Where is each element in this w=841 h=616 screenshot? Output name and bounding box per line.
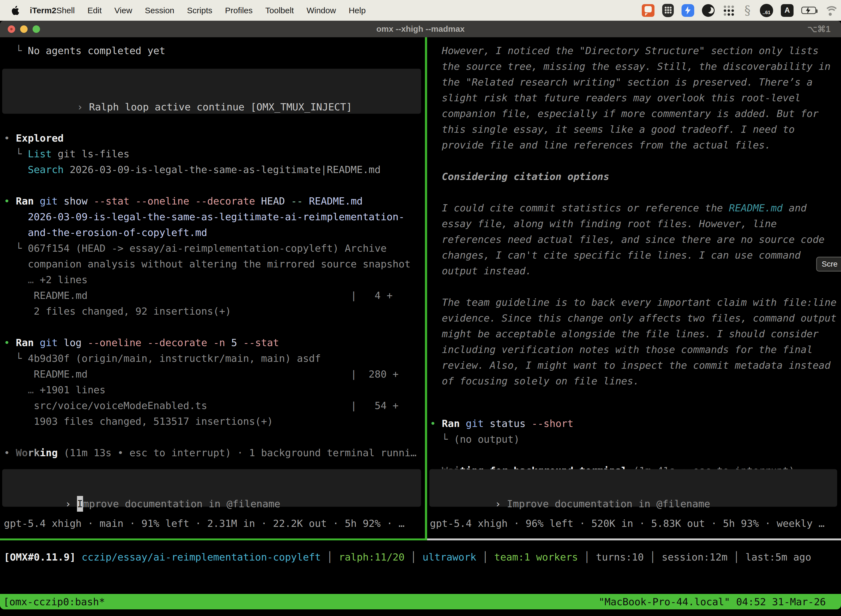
terminal-line [0, 177, 425, 193]
terminal-line: companion file, especially if more comme… [427, 106, 841, 122]
screen-share-overlay-label: Scre [822, 260, 838, 268]
terminal-line: slight risk that future readers may over… [427, 90, 841, 106]
terminal-line: └ List git ls-files [0, 146, 425, 162]
terminal-line: └ 067f154 (HEAD -> essay/ai-reimplementa… [0, 241, 425, 256]
terminal-line: However, I noticed the "Directory Struct… [427, 43, 841, 59]
terminal-line: might be acceptable alongside the file l… [427, 326, 841, 342]
terminal-line: The team guideline is to back every impo… [427, 295, 841, 310]
pane-bottom-border-inactive [427, 538, 841, 540]
inject-banner: › Ralph loop active continue [OMX_TMUX_I… [2, 69, 421, 114]
screen-share-overlay[interactable]: Scre [816, 257, 841, 271]
moon-circle-icon[interactable] [702, 4, 715, 17]
apple-menu-icon[interactable] [11, 5, 21, 16]
window-title: omx --xhigh --madmax [377, 24, 464, 34]
usage-badge-icon[interactable]: ..61 [760, 4, 773, 17]
close-button[interactable] [8, 25, 15, 33]
terminal-line: • Explored [0, 130, 425, 146]
dots-grid-icon[interactable] [722, 4, 735, 17]
terminal-line: 1903 files changed, 513517 insertions(+) [0, 414, 425, 429]
minimize-button[interactable] [20, 25, 28, 33]
terminal-line: README.md | 280 + [0, 366, 425, 382]
terminal-line [427, 153, 841, 169]
banner-text: Ralph loop active continue [OMX_TMUX_INJ… [89, 101, 352, 113]
menubar-app-name[interactable]: iTerm2 [30, 6, 56, 15]
terminal-line: 2026-03-09-is-legal-the-same-as-legitima… [0, 209, 425, 224]
terminal-line: • Ran git show --stat --oneline --decora… [0, 193, 425, 209]
terminal-line: the "Related research writing" section i… [427, 74, 841, 90]
menubar-menu-session[interactable]: Session [145, 6, 174, 15]
prompt-text: mprove documentation in @filename [83, 498, 280, 509]
terminal-line: … +1901 lines [0, 382, 425, 398]
omx-status-line: [OMX#0.11.9] cczip/essay/ai-reimplementa… [0, 549, 841, 565]
tmux-status-bar: [omx-cczip0:bash* "MacBook-Pro-44.local"… [0, 594, 841, 609]
menubar-menu-view[interactable]: View [114, 6, 132, 15]
traffic-lights [8, 21, 40, 37]
menubar-menu-toolbelt[interactable]: Toolbelt [265, 6, 294, 15]
terminal-line: provide file and line references from th… [427, 137, 841, 153]
iterm-window: omx --xhigh --madmax ⌥⌘1 └ No agents com… [0, 21, 841, 609]
terminal-line: of focusing solely on file lines. [427, 373, 841, 389]
banner-prompt-icon: › [77, 101, 89, 113]
text-cursor: I [77, 496, 83, 512]
tmux-host-clock: "MacBook-Pro-44.local" 04:52 31-Mar-26 [598, 596, 826, 607]
terminal-line: the source tree, missing the essay. Stil… [427, 59, 841, 74]
terminal-line: Considering citation options [427, 169, 841, 184]
bolt-icon[interactable] [681, 4, 694, 17]
chat-icon[interactable] [642, 4, 655, 17]
menubar-menu-window[interactable]: Window [306, 6, 336, 15]
menubar-menu-edit[interactable]: Edit [88, 6, 102, 15]
wifi-icon[interactable] [824, 5, 837, 16]
terminal-line: Search 2026-03-09-is-legal-the-same-as-l… [0, 162, 425, 177]
tmux-pane-right[interactable]: However, I noticed the "Directory Struct… [427, 37, 841, 538]
terminal-line: including verification notes with those … [427, 342, 841, 357]
terminal-line: this single essay, it seems like a good … [427, 122, 841, 137]
grid-shield-icon[interactable] [662, 4, 674, 17]
omx-status-area: [OMX#0.11.9] cczip/essay/ai-reimplementa… [0, 540, 841, 594]
menubar-status-icons: §..61A [642, 3, 837, 18]
terminal-line: └ No agents completed yet [0, 43, 425, 59]
menubar-menu-scripts[interactable]: Scripts [187, 6, 212, 15]
terminal-line: └ 4b9d30f (origin/main, instructkr/main,… [0, 351, 425, 366]
window-titlebar[interactable]: omx --xhigh --madmax ⌥⌘1 [0, 21, 841, 37]
pane-bottom-border [0, 538, 841, 540]
terminal-line: changes, I can't cite specific file line… [427, 247, 841, 263]
terminal-line [427, 184, 841, 200]
terminal-line: and-the-erosion-of-copyleft.md [0, 224, 425, 241]
terminal-line: I could cite commit statistics or refere… [427, 200, 841, 216]
menubar: iTerm2 ShellEditViewSessionScriptsProfil… [0, 0, 841, 21]
terminal-line: output instead. [427, 263, 841, 279]
terminal-area: └ No agents completed yet › Ralph loop a… [0, 37, 841, 538]
tmux-pane-left[interactable]: └ No agents completed yet › Ralph loop a… [0, 37, 425, 538]
tmux-session-label: [omx-cczip0:bash* [3, 596, 105, 607]
terminal-line: references need actual files, and since … [427, 232, 841, 247]
terminal-line: └ (no output) [427, 431, 841, 447]
menubar-menu-shell[interactable]: Shell [56, 6, 75, 15]
spacer [427, 405, 841, 416]
terminal-line: 2 files changed, 92 insertions(+) [0, 303, 425, 319]
terminal-line [427, 279, 841, 295]
prompt-input-right[interactable]: › Improve documentation in @filename [429, 469, 837, 507]
terminal-line: evidence. Since this change only affects… [427, 310, 841, 326]
terminal-line [427, 447, 841, 463]
terminal-line: src/voice/voiceModeEnabled.ts | 54 + [0, 398, 425, 414]
menubar-menu-help[interactable]: Help [349, 6, 366, 15]
terminal-line [0, 319, 425, 335]
s-squiggle-icon[interactable]: § [743, 3, 752, 18]
prompt-text: Improve documentation in @filename [507, 498, 710, 509]
pane-bottom-border-active [0, 538, 427, 540]
input-source-icon[interactable]: A [781, 4, 794, 17]
terminal-line: companion analysis without altering the … [0, 256, 425, 272]
window-shortcut-badge: ⌥⌘1 [807, 24, 831, 34]
terminal-line: • Ran git status --short [427, 416, 841, 431]
model-status-right: gpt-5.4 xhigh · 96% left · 520K in · 5.8… [427, 516, 841, 531]
terminal-line: README.md | 4 + [0, 287, 425, 303]
terminal-line [0, 429, 425, 445]
prompt-input-left[interactable]: › Improve documentation in @filename [2, 469, 421, 507]
menubar-menu-profiles[interactable]: Profiles [225, 6, 252, 15]
zoom-button[interactable] [32, 25, 40, 33]
terminal-line: essay file, along with finding root file… [427, 216, 841, 232]
pane-divider[interactable] [425, 37, 427, 538]
menubar-menus: ShellEditViewSessionScriptsProfilesToolb… [56, 6, 366, 15]
model-status-left: gpt-5.4 xhigh · main · 91% left · 2.31M … [0, 516, 425, 531]
battery-icon[interactable] [801, 7, 816, 14]
